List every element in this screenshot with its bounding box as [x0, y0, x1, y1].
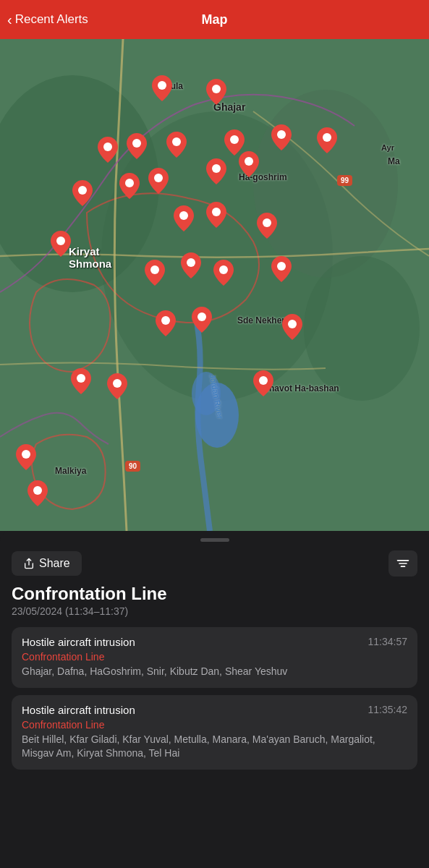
map-pin-8[interactable] — [317, 127, 337, 153]
map-label-ayr: Ayr — [381, 143, 394, 152]
page-title: Map — [202, 12, 228, 27]
svg-point-16 — [125, 179, 134, 187]
alert-header-1: Hostile aircraft intrusion 11:34:57 — [22, 636, 407, 648]
map-pin-17[interactable] — [257, 213, 277, 239]
map-pin-5[interactable] — [166, 132, 187, 158]
location-title: Confrontation Line — [12, 584, 417, 604]
map-pin-19[interactable] — [181, 252, 201, 278]
svg-point-11 — [172, 137, 181, 146]
svg-point-8 — [212, 85, 221, 93]
map-pin-11[interactable] — [148, 168, 169, 194]
map-label-ma: Ma — [388, 156, 400, 166]
map-pin-10[interactable] — [119, 173, 140, 199]
map-pin-27[interactable] — [253, 370, 273, 396]
back-button[interactable]: ‹ Recent Alerts — [7, 12, 88, 28]
svg-point-17 — [154, 174, 163, 182]
alert-zone-1: Confrontation Line — [22, 651, 407, 663]
map-pin-28[interactable] — [16, 444, 36, 470]
svg-point-30 — [288, 320, 297, 328]
svg-point-9 — [103, 142, 112, 151]
chevron-left-icon: ‹ — [7, 12, 12, 28]
map-pin-3[interactable] — [98, 137, 118, 163]
alert-zone-2: Confrontation Line — [22, 719, 407, 731]
svg-point-32 — [113, 379, 122, 388]
map-pin-9[interactable] — [72, 180, 93, 206]
svg-point-26 — [219, 265, 228, 274]
alert-locations-2: Beit Hillel, Kfar Giladi, Kfar Yuval, Me… — [22, 733, 407, 761]
share-icon — [23, 558, 35, 569]
filter-button[interactable] — [388, 550, 417, 576]
map-view[interactable]: Metula Ghajar Ha-goshrim Sde Nekhemya Ze… — [0, 39, 429, 531]
alert-locations-1: Ghajar, Dafna, HaGoshrim, Snir, Kibutz D… — [22, 665, 407, 679]
map-pin-21[interactable] — [271, 256, 292, 282]
svg-point-14 — [323, 133, 331, 142]
map-pin-7[interactable] — [271, 124, 292, 150]
alert-type-2: Hostile aircraft intrusion — [22, 704, 135, 716]
panel-handle[interactable] — [200, 538, 229, 542]
map-pin-12[interactable] — [206, 158, 226, 184]
svg-point-21 — [179, 211, 188, 220]
svg-point-31 — [77, 374, 85, 383]
map-label-kiryatshmona: KiryatShmona — [69, 245, 111, 270]
map-pin-26[interactable] — [107, 373, 127, 399]
road-badge-99: 99 — [337, 175, 352, 186]
svg-point-13 — [277, 130, 286, 139]
map-pin-29[interactable] — [27, 480, 48, 506]
filter-icon — [396, 556, 410, 571]
map-pin-15[interactable] — [174, 205, 194, 231]
alert-header-2: Hostile aircraft intrusion 11:35:42 — [22, 704, 407, 716]
svg-point-18 — [212, 164, 221, 173]
map-pin-22[interactable] — [156, 310, 176, 336]
map-pin-20[interactable] — [213, 260, 234, 286]
alert-card-2[interactable]: Hostile aircraft intrusion 11:35:42 Conf… — [12, 695, 417, 770]
map-pin-1[interactable] — [152, 75, 172, 101]
app-header: ‹ Recent Alerts Map — [0, 0, 429, 39]
svg-point-7 — [158, 81, 166, 90]
svg-point-10 — [132, 139, 141, 148]
back-label: Recent Alerts — [15, 12, 88, 27]
svg-point-3 — [253, 90, 398, 278]
map-label-malkiya: Malkiya — [55, 466, 86, 476]
svg-point-23 — [263, 218, 271, 227]
map-pin-24[interactable] — [282, 314, 302, 340]
map-pin-13[interactable] — [239, 151, 259, 177]
svg-point-33 — [259, 376, 268, 385]
map-pin-14[interactable] — [51, 231, 71, 257]
alert-card-1[interactable]: Hostile aircraft intrusion 11:34:57 Conf… — [12, 627, 417, 688]
svg-point-15 — [78, 186, 87, 195]
map-pin-23[interactable] — [192, 307, 212, 333]
share-label: Share — [39, 557, 70, 570]
svg-point-19 — [245, 157, 253, 166]
svg-point-12 — [230, 135, 239, 144]
svg-point-20 — [56, 237, 65, 245]
svg-point-25 — [187, 258, 195, 267]
map-pin-16[interactable] — [206, 202, 226, 228]
svg-point-22 — [212, 208, 221, 216]
share-button[interactable]: Share — [12, 551, 82, 576]
map-pin-4[interactable] — [127, 133, 147, 159]
alert-time-1: 11:34:57 — [368, 636, 408, 647]
map-pin-2[interactable] — [206, 79, 226, 105]
svg-point-34 — [22, 450, 30, 459]
datetime: 23/05/2024 (11:34–11:37) — [12, 605, 417, 617]
svg-point-4 — [304, 256, 420, 401]
panel-actions: Share — [0, 546, 429, 584]
alert-time-2: 11:35:42 — [368, 704, 408, 715]
svg-point-29 — [197, 312, 206, 321]
alert-type-1: Hostile aircraft intrusion — [22, 636, 135, 648]
svg-point-27 — [277, 262, 286, 271]
svg-point-35 — [33, 486, 42, 495]
map-pin-25[interactable] — [71, 368, 91, 394]
bottom-panel: Share Confrontation Line 23/05/2024 (11:… — [0, 531, 429, 868]
road-badge-90: 90 — [125, 461, 140, 472]
svg-point-24 — [150, 265, 159, 274]
map-pin-18[interactable] — [145, 260, 165, 286]
panel-content: Confrontation Line 23/05/2024 (11:34–11:… — [0, 584, 429, 791]
svg-point-28 — [161, 316, 170, 325]
